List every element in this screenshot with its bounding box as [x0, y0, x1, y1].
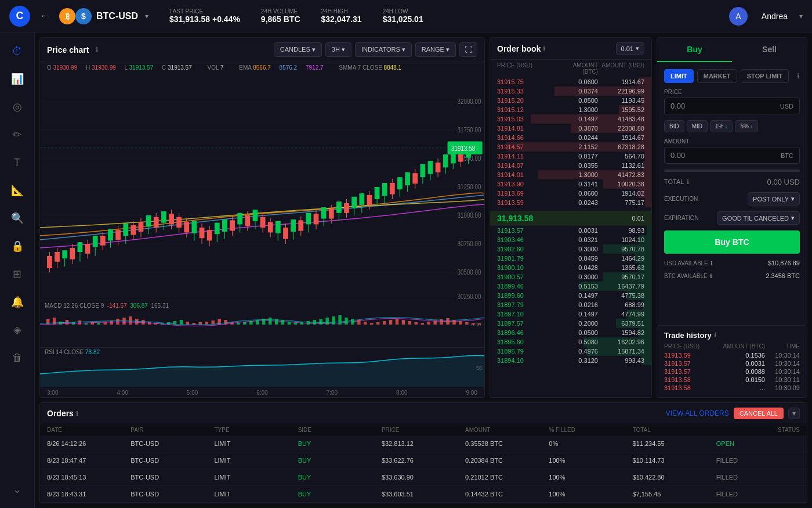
- svg-rect-74: [268, 222, 273, 232]
- order-book-info-icon[interactable]: ℹ: [543, 45, 545, 52]
- back-button[interactable]: ←: [39, 10, 50, 22]
- chart-info-icon[interactable]: ℹ: [96, 46, 98, 53]
- sidebar-icon-clock[interactable]: ⏱: [6, 39, 29, 63]
- svg-rect-114: [420, 164, 425, 177]
- sidebar-icon-grid[interactable]: ⊞: [6, 262, 29, 286]
- sell-order-row[interactable]: 31915.20 0.0500 1193.45: [490, 96, 651, 105]
- table-row[interactable]: 8/23 18:47:47 BTC-USD LIMIT BUY $33,622.…: [40, 452, 807, 469]
- buy-order-row[interactable]: 31902.60 0.3000 9570.78: [490, 244, 651, 254]
- sidebar-icon-chevron[interactable]: ⌄: [6, 478, 29, 501]
- pair-selector[interactable]: ₿ $ BTC-USD ▾: [59, 8, 148, 24]
- buy-order-row[interactable]: 31896.46 0.0500 1594.82: [490, 328, 651, 337]
- sell-order-row[interactable]: 31914.01 1.3000 41472.83: [490, 170, 651, 179]
- pct5-button[interactable]: 5% ↓: [735, 120, 757, 132]
- buy-order-row[interactable]: 31900.57 0.3000 9570.17: [490, 272, 651, 282]
- indicators-button[interactable]: INDICATORS ▾: [355, 42, 412, 57]
- sell-tab[interactable]: Sell: [732, 38, 807, 62]
- order-type-help-icon[interactable]: ℹ: [797, 72, 800, 80]
- sell-order-row[interactable]: 31915.12 1.3000 1595.52: [490, 105, 651, 114]
- sell-order-row[interactable]: 31913.59 0.0243 775.17: [490, 198, 651, 207]
- view-all-orders-button[interactable]: VIEW ALL ORDERS: [666, 409, 729, 417]
- sidebar-icon-chart[interactable]: 📊: [6, 67, 29, 91]
- timeframe-button[interactable]: 3H ▾: [325, 42, 351, 57]
- sell-order-row[interactable]: 31914.66 0.0244 1914.67: [490, 133, 651, 142]
- market-order-button[interactable]: MARKET: [697, 69, 737, 83]
- sell-order-row[interactable]: 31914.81 0.3870 22308.80: [490, 124, 651, 133]
- sell-order-row[interactable]: 31915.75 0.0600 1914.67: [490, 77, 651, 87]
- sell-order-row[interactable]: 31914.07 0.0355 1132.61: [490, 161, 651, 170]
- table-row[interactable]: 8/23 18:43:31 BTC-USD LIMIT BUY $33,603.…: [40, 486, 807, 503]
- buy-order-row[interactable]: 31897.79 0.0216 688.99: [490, 300, 651, 309]
- th-col-price: PRICE (USD): [664, 343, 719, 350]
- buy-order-row[interactable]: 31894.10 0.3120 993.43: [490, 356, 651, 365]
- sell-order-row[interactable]: 31914.57 2.1152 67318.28: [490, 142, 651, 152]
- precision-selector[interactable]: 0.01 ▾: [616, 42, 644, 55]
- buy-order-row[interactable]: 31899.46 0.5153 16437.79: [490, 282, 651, 291]
- svg-rect-192: [427, 322, 430, 325]
- execution-label: EXECUTION: [664, 196, 748, 202]
- svg-rect-162: [237, 323, 240, 325]
- amount-input-row[interactable]: BTC: [664, 147, 800, 164]
- sidebar-icon-ruler[interactable]: 📐: [6, 179, 29, 202]
- limit-order-button[interactable]: LIMIT: [664, 69, 694, 83]
- buy-order-row[interactable]: 31895.60 0.5080 16202.96: [490, 337, 651, 347]
- candles-button[interactable]: CANDLES ▾: [274, 42, 322, 57]
- table-row[interactable]: 8/26 14:12:26 BTC-USD LIMIT BUY $32,813.…: [40, 435, 807, 452]
- sidebar-icon-trash[interactable]: 🗑: [6, 346, 29, 369]
- amount-slider[interactable]: [664, 170, 800, 172]
- pct1-button[interactable]: 1% ↓: [710, 120, 733, 132]
- sell-order-row[interactable]: 31914.11 0.0177 564.70: [490, 152, 651, 161]
- orders-info-icon[interactable]: ℹ: [76, 410, 78, 417]
- price-chart-panel: Price chart ℹ CANDLES ▾ 3H ▾ INDICATORS …: [39, 37, 485, 398]
- col-type: TYPE: [214, 427, 298, 433]
- buy-order-row[interactable]: 31897.57 0.2000 6379.51: [490, 319, 651, 328]
- table-row[interactable]: 8/23 18:45:13 BTC-USD LIMIT BUY $33,630.…: [40, 469, 807, 486]
- mid-button[interactable]: MID: [687, 120, 708, 132]
- btc-available-row: BTC AVAILABLE ℹ 2.3456 BTC: [664, 272, 800, 279]
- user-chevron-icon[interactable]: ▾: [799, 12, 803, 20]
- buy-order-row[interactable]: 31897.10 0.1497 4774.99: [490, 309, 651, 319]
- svg-rect-38: [130, 225, 136, 235]
- sidebar-icon-lock[interactable]: 🔒: [6, 235, 29, 258]
- buy-order-row[interactable]: 31901.79 0.0459 1464.29: [490, 254, 651, 263]
- buy-order-row[interactable]: 31903.46 0.0321 1024.10: [490, 235, 651, 244]
- sidebar-icon-magnify[interactable]: 🔍: [6, 207, 29, 230]
- sidebar-icon-bell[interactable]: 🔔: [6, 290, 29, 314]
- buy-tab[interactable]: Buy: [657, 38, 732, 62]
- sell-order-row[interactable]: 31915.03 0.1497 41483.48: [490, 114, 651, 124]
- sidebar-icon-circle[interactable]: ◎: [6, 95, 29, 118]
- bid-button[interactable]: BID: [664, 120, 684, 132]
- svg-rect-176: [325, 318, 328, 325]
- svg-rect-70: [253, 210, 258, 221]
- chart-canvas[interactable]: 32000.00 31750.00 31500.00 31250.00 3100…: [40, 73, 484, 301]
- buy-button[interactable]: Buy BTC: [664, 230, 800, 254]
- col-side: SIDE: [298, 427, 382, 433]
- sell-order-row[interactable]: 31913.69 0.0600 1914.02: [490, 189, 651, 198]
- buy-order-row[interactable]: 31900.10 0.0428 1365.63: [490, 263, 651, 272]
- cancel-all-button[interactable]: CANCEL ALL: [734, 408, 784, 419]
- price-field-label: PRICE: [664, 89, 800, 95]
- sidebar-icon-tools[interactable]: ✏: [6, 123, 29, 146]
- price-input-row[interactable]: USD: [664, 98, 800, 114]
- svg-rect-106: [390, 183, 395, 194]
- fullscreen-button[interactable]: ⛶: [459, 42, 477, 57]
- buy-order-row[interactable]: 31913.57 0.0031 98.93: [490, 226, 651, 235]
- svg-rect-92: [336, 201, 342, 213]
- expiration-select[interactable]: GOOD TIL CANCELED ▾: [717, 211, 800, 225]
- svg-rect-181: [357, 320, 360, 325]
- amount-input[interactable]: [670, 151, 781, 160]
- range-button[interactable]: RANGE ▾: [415, 42, 456, 57]
- orders-chevron-icon[interactable]: ▾: [788, 408, 800, 419]
- svg-rect-172: [300, 322, 303, 325]
- sidebar-icon-filter[interactable]: ◈: [6, 318, 29, 341]
- main-content: Price chart ℹ CANDLES ▾ 3H ▾ INDICATORS …: [35, 33, 812, 508]
- stop-limit-order-button[interactable]: STOP LIMIT: [741, 69, 789, 83]
- price-input[interactable]: [670, 102, 780, 110]
- buy-order-row[interactable]: 31899.60 0.1497 4775.38: [490, 291, 651, 300]
- execution-select[interactable]: POST ONLY ▾: [748, 192, 800, 206]
- sell-order-row[interactable]: 31915.33 0.0374 22196.99: [490, 87, 651, 96]
- trade-history-title: Trade history ℹ: [664, 331, 800, 340]
- sell-order-row[interactable]: 31913.90 0.3141 10020.38: [490, 179, 651, 189]
- sidebar-icon-text[interactable]: T: [6, 151, 29, 174]
- buy-order-row[interactable]: 31895.79 0.4976 15871.34: [490, 347, 651, 356]
